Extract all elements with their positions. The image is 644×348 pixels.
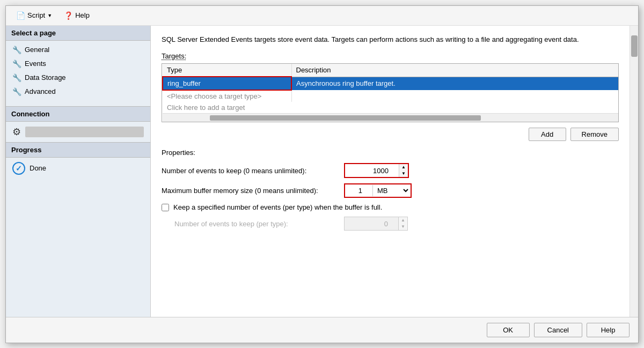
keep-events-spin: ▲ ▼ xyxy=(398,217,407,230)
horizontal-scrollbar[interactable] xyxy=(163,113,618,122)
max-buffer-control: KB MB GB xyxy=(344,183,412,198)
script-label: Script xyxy=(27,11,45,19)
help-button[interactable]: ❓ Help xyxy=(59,9,94,22)
script-icon: 📄 xyxy=(16,11,25,20)
sidebar-item-data-storage-label: Data Storage xyxy=(25,73,66,82)
table-row-placeholder1[interactable]: <Please choose a target type> xyxy=(163,90,618,102)
num-events-input-wrapper: ▲ ▼ xyxy=(344,163,409,178)
dialog-body: Select a page 🔧 General 🔧 Events 🔧 Data … xyxy=(6,26,638,317)
connection-title: Connection xyxy=(6,106,150,122)
help-footer-button[interactable]: Help xyxy=(587,323,630,337)
sidebar-item-general[interactable]: 🔧 General xyxy=(6,43,150,57)
events-icon: 🔧 xyxy=(12,60,21,68)
placeholder2-text: Click here to add a target xyxy=(163,102,618,113)
sidebar-item-events[interactable]: 🔧 Events xyxy=(6,57,150,71)
keep-events-input-wrapper: ▲ ▼ xyxy=(344,217,408,231)
sidebar-item-advanced[interactable]: 🔧 Advanced xyxy=(6,85,150,99)
max-buffer-unit-select[interactable]: KB MB GB xyxy=(372,185,410,196)
col-description-header: Description xyxy=(291,64,618,77)
main-content: SQL Server Extended Events targets store… xyxy=(151,26,630,317)
right-scrollbar[interactable] xyxy=(630,26,638,317)
max-buffer-row: Maximum buffer memory size (0 means unli… xyxy=(162,183,619,198)
num-events-label: Number of events to keep (0 means unlimi… xyxy=(162,167,344,175)
data-storage-icon: 🔧 xyxy=(12,73,21,82)
properties-label: Properties: xyxy=(162,149,619,157)
num-events-row: Number of events to keep (0 means unlimi… xyxy=(162,163,619,178)
progress-done-icon: ✓ xyxy=(12,162,25,175)
num-events-spin-down[interactable]: ▼ xyxy=(399,171,408,177)
num-events-spin: ▲ ▼ xyxy=(399,164,408,177)
connection-info: ⚙ xyxy=(6,122,150,142)
connection-bar xyxy=(25,127,144,137)
keep-events-label: Number of events to keep (per type): xyxy=(162,220,344,228)
targets-label: Targets: xyxy=(162,52,619,60)
sidebar-item-events-label: Events xyxy=(25,60,46,68)
max-buffer-label: Maximum buffer memory size (0 means unli… xyxy=(162,187,344,195)
remove-button[interactable]: Remove xyxy=(570,128,619,141)
ok-button[interactable]: OK xyxy=(487,323,530,337)
targets-table: Type Description ring_buffer Asynchronou… xyxy=(162,64,618,122)
keep-checkbox-label: Keep a specified number of events (per t… xyxy=(173,203,382,211)
targets-table-container: Type Description ring_buffer Asynchronou… xyxy=(162,63,619,122)
table-row[interactable]: ring_buffer Asynchronous ring buffer tar… xyxy=(163,77,618,90)
sidebar-items: 🔧 General 🔧 Events 🔧 Data Storage 🔧 Adva… xyxy=(6,41,150,101)
general-icon: 🔧 xyxy=(12,46,21,54)
help-icon: ❓ xyxy=(64,11,73,20)
sidebar: Select a page 🔧 General 🔧 Events 🔧 Data … xyxy=(6,26,151,317)
description-text: SQL Server Extended Events targets store… xyxy=(162,34,619,45)
keep-events-control: ▲ ▼ xyxy=(344,217,408,231)
targets-actions: Add Remove xyxy=(162,128,619,141)
script-chevron-icon: ▼ xyxy=(47,13,52,18)
keep-checkbox-row: Keep a specified number of events (per t… xyxy=(162,203,619,211)
scrollbar-thumb xyxy=(210,115,481,121)
keep-events-row: Number of events to keep (per type): ▲ ▼ xyxy=(162,217,619,231)
num-events-spin-up[interactable]: ▲ xyxy=(399,164,408,171)
sidebar-item-general-label: General xyxy=(25,46,49,54)
keep-events-spin-up: ▲ xyxy=(399,217,407,224)
ring-buffer-type: ring_buffer xyxy=(163,77,291,90)
scrollbar-thumb-v xyxy=(631,35,638,57)
keep-checkbox[interactable] xyxy=(162,204,169,211)
cancel-button[interactable]: Cancel xyxy=(534,323,582,337)
progress-title: Progress xyxy=(6,142,150,158)
col-type-header: Type xyxy=(163,64,291,77)
ring-buffer-desc: Asynchronous ring buffer target. xyxy=(291,77,618,90)
advanced-icon: 🔧 xyxy=(12,87,21,96)
dialog-footer: OK Cancel Help xyxy=(6,317,638,343)
sidebar-connection: Connection ⚙ xyxy=(6,106,150,142)
sidebar-item-data-storage[interactable]: 🔧 Data Storage xyxy=(6,71,150,85)
sidebar-progress: Progress ✓ Done xyxy=(6,142,150,179)
toolbar: 📄 Script ▼ ❓ Help xyxy=(6,6,638,26)
dialog: 📄 Script ▼ ❓ Help Select a page 🔧 Genera… xyxy=(5,5,639,343)
keep-events-input xyxy=(345,218,398,229)
keep-events-spin-down: ▼ xyxy=(399,224,407,230)
mem-control-wrapper: KB MB GB xyxy=(344,183,412,198)
max-buffer-input[interactable] xyxy=(346,185,372,196)
placeholder1-desc xyxy=(291,90,618,102)
num-events-control: ▲ ▼ xyxy=(344,163,409,178)
sidebar-item-advanced-label: Advanced xyxy=(25,87,56,95)
table-row-placeholder2[interactable]: Click here to add a target xyxy=(163,102,618,113)
placeholder1-text: <Please choose a target type> xyxy=(163,90,291,102)
num-events-input[interactable] xyxy=(345,165,399,176)
progress-status: Done xyxy=(30,164,46,172)
help-label: Help xyxy=(75,11,90,19)
progress-info: ✓ Done xyxy=(6,158,150,179)
select-page-title: Select a page xyxy=(6,26,150,41)
add-button[interactable]: Add xyxy=(529,128,566,141)
connection-server-icon: ⚙ xyxy=(12,126,21,138)
script-button[interactable]: 📄 Script ▼ xyxy=(11,9,57,22)
